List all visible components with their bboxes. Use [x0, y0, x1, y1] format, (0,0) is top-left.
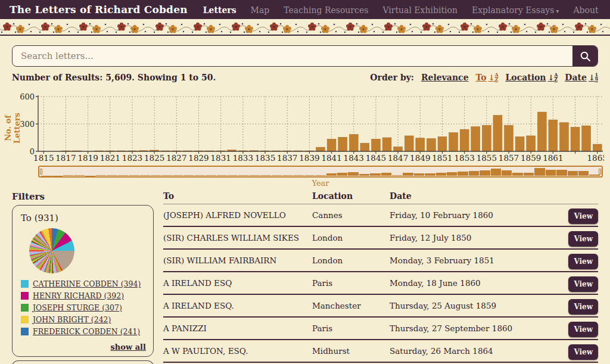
year-bar-1859 — [527, 136, 536, 151]
view-button[interactable]: View — [568, 299, 598, 315]
show-all-link[interactable]: show all — [111, 343, 146, 351]
brush-mini-bar — [392, 175, 402, 176]
brush-mini-bar — [370, 173, 380, 176]
brush-mini-bar — [238, 175, 248, 176]
brush-mini-bar — [381, 173, 391, 176]
search-input[interactable] — [13, 46, 572, 66]
brush-mini-bar — [173, 175, 183, 176]
sort-option-location[interactable]: Location↓AZ — [505, 73, 558, 82]
cell-location: Paris — [312, 278, 390, 288]
brush-mini-bar — [260, 175, 270, 176]
legend-swatch — [21, 328, 29, 335]
view-button[interactable]: View — [568, 254, 598, 269]
view-button[interactable]: View — [568, 344, 598, 360]
floral-ornament-border — [0, 19, 610, 36]
table-row: A PANIZZIParisThursday, 27 September 186… — [163, 318, 598, 340]
table-row: (SIR) WILLIAM FAIRBAIRNLondonMonday, 3 F… — [163, 250, 598, 272]
search-button[interactable] — [572, 46, 597, 66]
cell-to: A IRELAND ESQ — [163, 278, 312, 288]
order-by-group: Order by: RelevanceTo↓AZLocation↓AZDate↓… — [370, 73, 598, 82]
year-range-brush[interactable] — [38, 166, 603, 178]
brush-mini-bar — [250, 175, 260, 176]
legend-swatch — [21, 280, 29, 288]
cell-date: Friday, 10 February 1860 — [390, 210, 568, 220]
svg-text:1839: 1839 — [299, 153, 319, 163]
view-button[interactable]: View — [568, 276, 598, 292]
brush-mini-bar — [512, 173, 522, 176]
recipients-pie-chart[interactable] — [29, 228, 74, 273]
brush-mini-bar — [436, 173, 446, 176]
view-cell: View — [568, 322, 598, 337]
cell-date: Friday, 12 July 1850 — [390, 233, 568, 242]
svg-text:1855: 1855 — [477, 153, 497, 163]
order-by-label: Order by: — [370, 73, 414, 82]
brush-mini-bar — [458, 172, 468, 176]
brush-mini-bar — [502, 170, 512, 176]
svg-text:1853: 1853 — [454, 153, 474, 163]
brush-mini-bar — [556, 170, 567, 176]
search-icon — [580, 51, 591, 62]
bar-chart-svg: 0300600181518171819182118231825182718291… — [20, 92, 604, 164]
sort-option-relevance[interactable]: Relevance — [421, 73, 469, 82]
sort-option-to[interactable]: To↓AZ — [476, 73, 499, 82]
results-row: Number of Results: 5,609. Showing 1 to 5… — [12, 73, 598, 82]
svg-text:1849: 1849 — [410, 153, 430, 163]
brush-mini-bar — [568, 171, 578, 176]
svg-text:1865: 1865 — [587, 153, 604, 163]
brush-handle-right[interactable] — [599, 169, 601, 175]
legend-link[interactable]: JOSEPH STURGE (307) — [33, 303, 122, 312]
nav-item-about[interactable]: About — [573, 5, 598, 15]
brush-mini-bar — [85, 176, 95, 176]
brush-mini-bar — [217, 175, 227, 176]
brush-handle-left[interactable] — [40, 169, 42, 175]
sort-alpha-icon: ↓AZ — [548, 73, 558, 82]
legend-link[interactable]: JOHN BRIGHT (242) — [33, 315, 111, 324]
brush-mini-bar — [524, 173, 534, 176]
cell-date: Monday, 3 February 1851 — [390, 256, 568, 265]
brush-mini-bar — [589, 175, 599, 176]
svg-text:1825: 1825 — [144, 153, 164, 163]
brush-mini-bar — [337, 173, 347, 176]
brush-mini-bar — [161, 175, 172, 176]
table-row: A IRELAND ESQ.ManchesterThursday, 25 Aug… — [163, 295, 598, 318]
view-cell: View — [568, 344, 598, 360]
sort-option-date[interactable]: Date↓19 — [565, 73, 598, 82]
year-bar-1855 — [482, 125, 491, 151]
view-button[interactable]: View — [568, 209, 598, 224]
nav-item-teaching-resources[interactable]: Teaching Resources — [284, 5, 368, 15]
nav-item-letters[interactable]: Letters — [203, 5, 236, 15]
nav-item-map[interactable]: Map — [251, 5, 270, 15]
legend-swatch — [21, 292, 29, 300]
nav-item-explanatory-essays[interactable]: Explanatory Essays▾ — [472, 5, 559, 15]
site-title[interactable]: The Letters of Richard Cobden — [10, 4, 188, 15]
cell-to: A IRELAND ESQ. — [163, 301, 312, 310]
cell-date: Monday, 18 June 1860 — [390, 278, 568, 288]
floral-pattern-icon — [0, 19, 610, 36]
legend-link[interactable]: FREDERICK COBDEN (241) — [33, 327, 140, 336]
year-bar-1845 — [372, 139, 381, 151]
view-button[interactable]: View — [568, 231, 598, 247]
legend-link[interactable]: CATHERINE COBDEN (394) — [33, 279, 141, 288]
cell-to: (SIR) CHARLES WILLIAM SIKES — [163, 233, 312, 242]
legend-link[interactable]: HENRY RICHARD (392) — [33, 291, 124, 300]
view-button[interactable]: View — [568, 322, 598, 337]
legend-swatch — [21, 316, 29, 323]
nav-item-virtual-exhibition[interactable]: Virtual Exhibition — [382, 5, 458, 15]
svg-text:1847: 1847 — [388, 153, 408, 163]
svg-text:1843: 1843 — [344, 153, 364, 163]
search-bar — [12, 45, 598, 67]
year-bar-1860 — [537, 112, 546, 151]
brush-mini-bar — [315, 175, 325, 176]
brush-mini-bar — [206, 175, 216, 176]
filters-column: Filters To (931) CATHERINE COBDEN (394)H… — [12, 191, 154, 364]
year-bar-1843 — [349, 135, 358, 151]
brush-mini-bar — [425, 173, 435, 176]
legend-swatch — [21, 304, 29, 312]
view-cell: View — [568, 231, 598, 247]
table-row: A W PAULTON, ESQ.MidhurstSaturday, 26 Ma… — [163, 340, 598, 363]
sort-alpha-icon: ↓AZ — [488, 73, 499, 82]
view-cell: View — [568, 276, 598, 292]
sort-numeric-icon: ↓19 — [589, 73, 598, 82]
svg-text:300: 300 — [20, 120, 35, 129]
results-summary: Number of Results: 5,609. Showing 1 to 5… — [12, 73, 216, 82]
